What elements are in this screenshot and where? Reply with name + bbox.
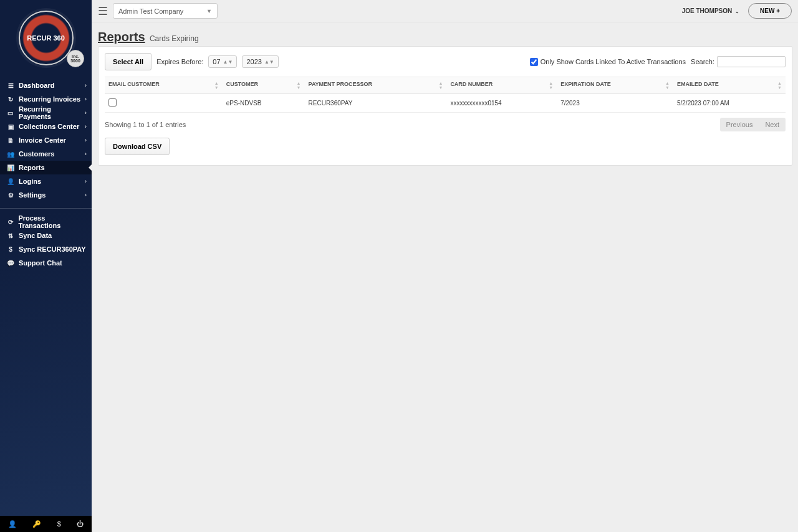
logo-text: RECUR 360: [27, 34, 65, 42]
sort-icon: ▲▼: [297, 81, 301, 90]
sidebar-item-invoice-center[interactable]: 🗎Invoice Center›: [0, 133, 92, 147]
logo-badge: Inc. 5000: [67, 50, 84, 67]
table-info: Showing 1 to 1 of 1 entries: [105, 121, 186, 128]
sidebar-item-collections-center[interactable]: ▣Collections Center›: [0, 120, 92, 133]
footer-user-icon[interactable]: 👤: [8, 520, 17, 528]
sidebar-item-reports[interactable]: 📊Reports: [0, 161, 92, 174]
sidebar-item-label: Collections Center: [19, 123, 79, 130]
pager-previous[interactable]: Previous: [720, 118, 759, 131]
nav-icon: ☰: [6, 82, 15, 89]
pager-next[interactable]: Next: [759, 118, 786, 131]
sidebar-item-label: Invoice Center: [19, 136, 66, 144]
col-label: CUSTOMER: [226, 81, 258, 87]
new-button[interactable]: NEW +: [748, 3, 792, 19]
sidebar-item-dashboard[interactable]: ☰Dashboard›: [0, 78, 92, 92]
nav-icon: ⚙: [6, 192, 15, 199]
chevron-right-icon: ›: [85, 137, 87, 143]
sidebar-item-customers[interactable]: 👥Customers›: [0, 147, 92, 161]
sidebar-item-label: Recurring Payments: [19, 105, 85, 120]
only-active-label: Only Show Cards Linked To Active Transac…: [541, 58, 686, 65]
sidebar-item-label: Dashboard: [19, 82, 54, 89]
nav-icon: 📊: [6, 164, 15, 171]
page-subtitle: Cards Expiring: [150, 34, 199, 43]
user-menu[interactable]: JOE THOMPSON ⌄: [682, 7, 739, 14]
cell-card: xxxxxxxxxxxx0154: [446, 94, 557, 113]
sidebar-item-support-chat[interactable]: 💬Support Chat: [0, 256, 92, 270]
sort-icon: ▲▼: [665, 81, 670, 90]
toolbar: Select All Expires Before: 07 ▲▼ 2023 ▲▼…: [105, 53, 786, 70]
sort-icon: ▲▼: [777, 81, 782, 90]
nav-icon: $: [6, 246, 15, 253]
nav-main: ☰Dashboard›↻Recurring Invoices›▭Recurrin…: [0, 78, 92, 202]
sidebar-item-logins[interactable]: 👤Logins›: [0, 174, 92, 188]
sidebar-item-sync-data[interactable]: ⇅Sync Data: [0, 229, 92, 242]
col-emailed[interactable]: EMAILED DATE▲▼: [673, 77, 786, 94]
footer-power-icon[interactable]: ⏻: [77, 520, 84, 528]
page-title: Reports: [98, 30, 145, 44]
select-all-button[interactable]: Select All: [105, 53, 151, 70]
nav-icon: 🗎: [6, 137, 15, 144]
sort-icon: ▲▼: [549, 81, 553, 90]
nav-icon: 👤: [6, 178, 15, 185]
pager: Previous Next: [720, 118, 786, 131]
chevron-down-icon: ▼: [206, 8, 212, 14]
col-processor[interactable]: PAYMENT PROCESSOR▲▼: [305, 77, 447, 94]
logo: RECUR 360 Inc. 5000: [0, 0, 92, 76]
col-email[interactable]: EMAIL CUSTOMER▲▼: [105, 77, 223, 94]
download-csv-button[interactable]: Download CSV: [105, 138, 170, 155]
sidebar-item-label: Customers: [19, 150, 54, 158]
sidebar-item-process-transactions[interactable]: ⟳Process Transactions: [0, 215, 92, 229]
search-input[interactable]: [717, 56, 786, 67]
only-active-checkbox[interactable]: [530, 58, 538, 66]
col-exp[interactable]: EXPIRATION DATE▲▼: [557, 77, 673, 94]
user-name: JOE THOMPSON: [682, 7, 733, 14]
stepper-icon: ▲▼: [264, 59, 274, 65]
chevron-right-icon: ›: [85, 178, 87, 184]
company-select[interactable]: Admin Test Company ▼: [113, 3, 218, 19]
logo-circle: RECUR 360: [19, 11, 74, 65]
sidebar-item-label: Recurring Invoices: [19, 95, 80, 103]
col-label: PAYMENT PROCESSOR: [309, 81, 373, 87]
col-card[interactable]: CARD NUMBER▲▼: [446, 77, 557, 94]
col-label: CARD NUMBER: [450, 81, 493, 87]
expires-before-label: Expires Before:: [156, 58, 203, 65]
cell-emailed: 5/2/2023 07:00 AM: [673, 94, 786, 113]
sidebar-item-label: Settings: [19, 191, 46, 199]
stepper-icon: ▲▼: [223, 59, 233, 65]
hamburger-icon[interactable]: ☰: [98, 4, 108, 18]
chevron-right-icon: ›: [85, 96, 87, 102]
sidebar-item-recurring-payments[interactable]: ▭Recurring Payments›: [0, 106, 92, 120]
cell-processor: RECUR360PAY: [305, 94, 447, 113]
sidebar-item-label: Logins: [19, 178, 41, 185]
cell-customer: ePS-NDVSB: [223, 94, 305, 113]
topbar: ☰ Admin Test Company ▼ JOE THOMPSON ⌄ NE…: [92, 0, 798, 22]
sidebar-footer: 👤 🔑 $ ⏻: [0, 516, 92, 532]
sidebar: RECUR 360 Inc. 5000 ☰Dashboard›↻Recurrin…: [0, 0, 92, 532]
chevron-right-icon: ›: [85, 82, 87, 88]
footer-dollar-icon[interactable]: $: [57, 520, 61, 528]
search-label: Search:: [691, 58, 714, 65]
sidebar-item-label: Reports: [19, 164, 45, 171]
nav-icon: ▣: [6, 123, 15, 130]
table-footer: Showing 1 to 1 of 1 entries Previous Nex…: [105, 118, 786, 131]
sidebar-item-sync-recur360pay[interactable]: $Sync RECUR360PAY: [0, 242, 92, 256]
sidebar-item-label: Sync Data: [19, 232, 52, 239]
expires-month-select[interactable]: 07 ▲▼: [208, 55, 237, 68]
sidebar-item-settings[interactable]: ⚙Settings›: [0, 188, 92, 202]
only-active-checkbox-wrap[interactable]: Only Show Cards Linked To Active Transac…: [530, 58, 686, 66]
chevron-right-icon: ›: [85, 110, 87, 116]
sort-icon: ▲▼: [214, 81, 219, 90]
chevron-right-icon: ›: [85, 151, 87, 157]
col-label: EMAILED DATE: [677, 81, 719, 87]
sidebar-item-recurring-invoices[interactable]: ↻Recurring Invoices›: [0, 92, 92, 106]
footer-key-icon[interactable]: 🔑: [32, 520, 41, 528]
expires-year-select[interactable]: 2023 ▲▼: [242, 55, 278, 68]
caret-down-icon: ⌄: [735, 9, 739, 14]
sidebar-item-label: Sync RECUR360PAY: [19, 245, 86, 253]
page-header: Reports Cards Expiring: [92, 22, 798, 48]
col-customer[interactable]: CUSTOMER▲▼: [223, 77, 305, 94]
sort-icon: ▲▼: [438, 81, 443, 90]
table-body: ePS-NDVSBRECUR360PAYxxxxxxxxxxxx01547/20…: [105, 94, 786, 113]
chevron-right-icon: ›: [85, 123, 87, 130]
row-checkbox[interactable]: [108, 98, 117, 107]
